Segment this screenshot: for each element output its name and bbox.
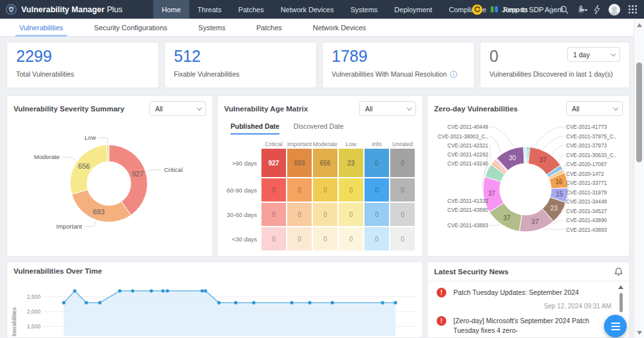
cve-label[interactable]: CVE-2021-42321	[448, 143, 489, 149]
apps-grid-icon[interactable]	[628, 5, 638, 14]
matrix-cell[interactable]: 0	[390, 227, 415, 250]
rocket-icon[interactable]	[576, 5, 585, 14]
matrix-cell[interactable]: 0	[390, 203, 415, 226]
data-point[interactable]	[166, 289, 169, 292]
matrix-cell[interactable]: 0	[365, 227, 389, 250]
subnav-item-vulnerabilities[interactable]: Vulnerabilities	[19, 19, 63, 37]
info-icon[interactable]: i	[450, 71, 457, 78]
data-point[interactable]	[330, 301, 334, 305]
search-icon[interactable]	[560, 5, 569, 14]
cve-label[interactable]: CVE-2020-1472	[566, 171, 604, 177]
age-matrix-filter-dropdown[interactable]: All	[359, 101, 416, 116]
news-title[interactable]: [Zero-day] Microsoft's September 2024 Pa…	[453, 316, 607, 335]
data-point[interactable]	[204, 289, 207, 292]
matrix-cell[interactable]: 0	[313, 203, 337, 226]
data-point[interactable]	[252, 301, 255, 305]
cve-label[interactable]: CVE-2021-41333	[448, 198, 489, 204]
data-point[interactable]	[308, 301, 311, 305]
topnav-item-systems[interactable]: Systems	[342, 0, 386, 19]
matrix-cell[interactable]: 0	[313, 227, 337, 250]
fab-menu-button[interactable]	[604, 315, 627, 337]
data-point[interactable]	[98, 301, 101, 305]
news-item[interactable]: ![Zero-day] Microsoft's September 2024 P…	[428, 310, 629, 335]
severity-donut-chart[interactable]: 927693656CriticalImportantModerateLow	[7, 118, 213, 255]
cve-label[interactable]: CVE-2021-43880	[448, 207, 489, 213]
matrix-cell[interactable]: 0	[365, 203, 389, 226]
topnav-item-network-devices[interactable]: Network Devices	[272, 0, 343, 19]
cve-label[interactable]: CVE-2021-41773	[566, 124, 607, 130]
tab-discovered-date[interactable]: Discovered Date	[294, 122, 344, 135]
cve-label[interactable]: CVE-2021-31979	[566, 190, 607, 196]
scroll-down-arrow[interactable]	[637, 331, 642, 335]
donut-segment-important[interactable]	[71, 190, 131, 222]
matrix-cell[interactable]: 656	[313, 149, 337, 177]
matrix-cell[interactable]: 23	[339, 149, 363, 177]
topnav-item-threats[interactable]: Threats	[189, 0, 230, 19]
topnav-item-home[interactable]: Home	[153, 0, 189, 19]
scrollbar-thumb[interactable]	[620, 293, 623, 312]
cve-label[interactable]: CVE-2021-33771	[566, 180, 607, 186]
data-point[interactable]	[161, 289, 164, 292]
cve-label[interactable]: CVE-2021-40449	[448, 124, 489, 130]
period-dropdown[interactable]: 1 day	[567, 47, 620, 62]
matrix-cell[interactable]: 0	[390, 178, 415, 202]
cve-label[interactable]: CVE-2021-43893	[566, 227, 607, 233]
cve-label[interactable]: CVE-2021-43883	[448, 223, 489, 229]
jump-to-sdp[interactable]: Jump to SDP	[490, 5, 544, 14]
data-point[interactable]	[62, 301, 65, 305]
subnav-item-patches[interactable]: Patches	[256, 19, 282, 37]
refresh-icon[interactable]	[472, 5, 482, 15]
data-point[interactable]	[200, 289, 204, 292]
matrix-cell[interactable]: 0	[390, 149, 415, 177]
cve-label[interactable]: CVE-2021-34527	[566, 209, 607, 214]
matrix-cell[interactable]: 0	[287, 227, 312, 250]
matrix-cell[interactable]: 0	[365, 149, 389, 177]
matrix-cell[interactable]: 0	[261, 203, 286, 226]
matrix-cell[interactable]: 0	[339, 203, 363, 226]
scroll-up-arrow[interactable]	[637, 23, 642, 27]
cve-label[interactable]: CVE-2021-30633_C..	[566, 153, 616, 158]
zeroday-filter-dropdown[interactable]: All	[566, 101, 623, 116]
lightning-icon[interactable]	[593, 5, 601, 14]
bell-icon[interactable]	[614, 267, 623, 276]
cve-label[interactable]: CVE-2021-34448	[566, 199, 607, 205]
data-point[interactable]	[234, 301, 237, 305]
scrollbar-thumb[interactable]	[636, 62, 642, 162]
data-point[interactable]	[393, 301, 397, 305]
data-point[interactable]	[149, 289, 153, 292]
cve-label[interactable]: CVE-2021-38003_C..	[438, 134, 488, 140]
cve-label[interactable]: CVE-2021-37975_C..	[566, 134, 616, 140]
matrix-cell[interactable]: 0	[261, 227, 286, 250]
matrix-cell[interactable]: 0	[313, 178, 337, 202]
matrix-cell[interactable]: 0	[339, 178, 363, 202]
matrix-cell[interactable]: 693	[287, 149, 312, 177]
cve-label[interactable]: CVE-2020-17087	[566, 162, 607, 167]
news-title[interactable]: Patch Tuesday Updates: September 2024	[453, 288, 607, 297]
zeroday-donut-chart[interactable]: 3716152337373730CVE-2021-40449CVE-2021-3…	[428, 118, 629, 255]
cve-label[interactable]: CVE-2021-43240	[448, 161, 489, 167]
cve-label[interactable]: CVE-2021-42292	[448, 152, 489, 158]
matrix-cell[interactable]: 0	[287, 178, 312, 202]
topnav-item-patches[interactable]: Patches	[230, 0, 272, 19]
news-item[interactable]: !Patch Tuesday Updates: September 2024	[428, 281, 629, 297]
data-point[interactable]	[290, 301, 293, 305]
cve-label[interactable]: CVE-2021-43890	[566, 218, 607, 223]
data-point[interactable]	[217, 301, 220, 305]
user-avatar[interactable]	[609, 4, 620, 15]
subnav-item-security-configurations[interactable]: Security Configurations	[94, 19, 167, 37]
subnav-item-systems[interactable]: Systems	[198, 19, 225, 37]
data-point[interactable]	[118, 289, 121, 292]
severity-filter-dropdown[interactable]: All	[149, 101, 206, 116]
scroll-up-arrow[interactable]	[618, 285, 623, 289]
data-point[interactable]	[73, 289, 76, 292]
cve-label[interactable]: CVE-2021-37973	[566, 143, 607, 149]
overtime-line-chart[interactable]: 2,5002,0001,500Vulnerabilities	[7, 275, 422, 336]
matrix-cell[interactable]: 0	[365, 178, 389, 202]
tab-published-date[interactable]: Published Date	[231, 122, 279, 135]
data-point[interactable]	[381, 301, 384, 305]
matrix-cell[interactable]: 0	[339, 227, 363, 250]
matrix-cell[interactable]: 0	[261, 178, 286, 202]
matrix-cell[interactable]: 927	[261, 149, 286, 177]
topnav-item-deployment[interactable]: Deployment	[386, 0, 440, 19]
data-point[interactable]	[84, 301, 88, 305]
